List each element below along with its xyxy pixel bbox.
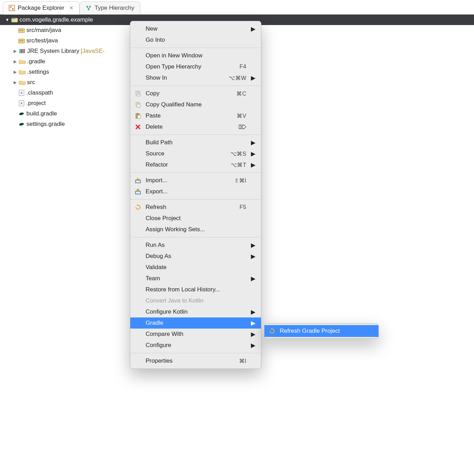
tab-package-explorer[interactable]: Package Explorer ✕ [3, 1, 80, 15]
library-icon [19, 48, 26, 54]
submenu-arrow-icon: ▶ [250, 331, 255, 338]
gradle-icon [18, 111, 25, 116]
svg-text:X: X [21, 91, 23, 95]
menu-item-refresh[interactable]: RefreshF5 [130, 202, 261, 213]
menu-item-copy[interactable]: Copy⌘C [130, 88, 261, 99]
tab-type-hierarchy[interactable]: Type Hierarchy [80, 1, 140, 15]
menu-item-debug-as[interactable]: Debug As▶ [130, 251, 261, 262]
tab-label: Package Explorer [18, 5, 64, 11]
refresh-icon [268, 328, 276, 334]
menu-item-label: Configure Kotlin [146, 308, 246, 315]
type-hierarchy-icon [85, 5, 92, 11]
menu-item-label: New [146, 25, 246, 32]
menu-item-new[interactable]: New▶ [130, 23, 261, 34]
svg-rect-15 [22, 49, 23, 53]
expand-arrow-icon[interactable]: ▶ [13, 59, 17, 64]
svg-point-4 [89, 6, 91, 8]
submenu-arrow-icon: ▶ [250, 242, 255, 249]
menu-item-label: Gradle [146, 320, 246, 326]
menu-item-close-project[interactable]: Close Project [130, 213, 261, 224]
menu-item-label: Import... [146, 177, 231, 184]
tree-item-label: settings.gradle [26, 121, 65, 128]
menu-item-configure-kotlin[interactable]: Configure Kotlin▶ [130, 306, 261, 317]
copyq-icon [134, 102, 142, 108]
menu-item-label: Source [146, 150, 227, 157]
menu-item-delete[interactable]: Delete⌦ [130, 121, 261, 132]
menu-shortcut: ⇧⌘I [234, 177, 246, 184]
menu-item-configure[interactable]: Configure▶ [130, 340, 261, 351]
menu-item-validate[interactable]: Validate [130, 262, 261, 273]
menu-item-go-into[interactable]: Go Into [130, 34, 261, 46]
view-tab-bar: Package Explorer ✕ Type Hierarchy [0, 0, 474, 15]
submenu-arrow-icon: ▶ [250, 275, 255, 282]
svg-point-5 [88, 9, 90, 10]
menu-item-label: Run As [146, 242, 246, 249]
menu-item-label: Assign Working Sets... [146, 226, 246, 233]
menu-separator [130, 86, 261, 86]
menu-item-show-in[interactable]: Show In⌥⌘W▶ [130, 72, 261, 83]
menu-separator [130, 172, 261, 173]
menu-item-label: Validate [146, 264, 246, 271]
menu-item-paste[interactable]: Paste⌘V [130, 110, 261, 121]
folder-icon [19, 69, 26, 75]
menu-item-label: Show In [146, 74, 225, 81]
tree-item-label: .classpath [26, 89, 53, 96]
package-icon [18, 27, 25, 33]
menu-separator [130, 199, 261, 200]
menu-shortcut: F5 [239, 204, 246, 210]
tree-item-label: .settings [27, 68, 49, 75]
menu-item-label: Delete [146, 123, 235, 130]
menu-item-team[interactable]: Team▶ [130, 273, 261, 284]
menu-item-label: Open Type Hierarchy [146, 63, 236, 70]
svg-rect-2 [12, 8, 14, 10]
menu-separator [130, 48, 261, 48]
menu-item-compare-with[interactable]: Compare With▶ [130, 329, 261, 340]
submenu-arrow-icon: ▶ [250, 150, 255, 158]
submenu-arrow-icon: ▶ [250, 308, 255, 316]
menu-item-label: Open in New Window [146, 52, 246, 59]
submenu-item-refresh-gradle-project[interactable]: Refresh Gradle Project [264, 325, 378, 337]
menu-item-source[interactable]: Source⌥⌘S▶ [130, 148, 261, 159]
menu-shortcut: ⌥⌘T [231, 162, 246, 168]
menu-item-assign-working-sets[interactable]: Assign Working Sets... [130, 224, 261, 235]
expand-arrow-icon[interactable]: ▶ [13, 80, 17, 85]
menu-item-run-as[interactable]: Run As▶ [130, 240, 261, 251]
expand-arrow-icon[interactable]: ▼ [5, 17, 10, 22]
menu-item-import[interactable]: Import...⇧⌘I [130, 175, 261, 186]
menu-item-restore-from-local-history[interactable]: Restore from Local History... [130, 284, 261, 295]
gradle-project-icon [11, 17, 18, 23]
menu-item-export[interactable]: Export... [130, 186, 261, 197]
context-menu: New▶Go IntoOpen in New WindowOpen Type H… [130, 21, 261, 369]
menu-item-copy-qualified-name[interactable]: Copy Qualified Name [130, 99, 261, 110]
menu-shortcut: F4 [239, 64, 246, 70]
close-icon[interactable]: ✕ [69, 5, 74, 11]
svg-rect-0 [9, 5, 15, 11]
svg-rect-12 [22, 40, 23, 41]
menu-item-label: Copy [146, 90, 233, 97]
menu-shortcut: ⌘C [236, 90, 246, 97]
svg-rect-1 [10, 6, 11, 8]
menu-item-build-path[interactable]: Build Path▶ [130, 137, 261, 148]
gradle-submenu: Refresh Gradle Project [264, 323, 379, 339]
menu-item-label: Compare With [146, 331, 246, 338]
svg-rect-30 [138, 115, 140, 119]
submenu-arrow-icon: ▶ [250, 320, 255, 327]
tab-label: Type Hierarchy [95, 5, 134, 11]
svg-rect-14 [21, 49, 22, 53]
export-icon [134, 188, 142, 195]
submenu-arrow-icon: ▶ [250, 253, 255, 260]
menu-item-open-type-hierarchy[interactable]: Open Type HierarchyF4 [130, 61, 261, 72]
tree-item-label: .gradle [27, 58, 45, 65]
menu-item-label: Close Project [146, 215, 246, 222]
menu-item-label: Refactor [146, 161, 227, 168]
menu-item-refactor[interactable]: Refactor⌥⌘T▶ [130, 159, 261, 170]
expand-arrow-icon[interactable]: ▶ [13, 49, 17, 54]
menu-item-open-in-new-window[interactable]: Open in New Window [130, 50, 261, 61]
expand-arrow-icon[interactable]: ▶ [13, 70, 17, 74]
menu-item-properties[interactable]: Properties⌘I [130, 355, 261, 366]
svg-rect-29 [137, 113, 138, 114]
menu-item-label: Team [146, 275, 246, 282]
package-explorer-icon [9, 5, 15, 11]
menu-item-gradle[interactable]: Gradle▶ [130, 317, 261, 329]
menu-item-label: Go Into [146, 37, 246, 43]
